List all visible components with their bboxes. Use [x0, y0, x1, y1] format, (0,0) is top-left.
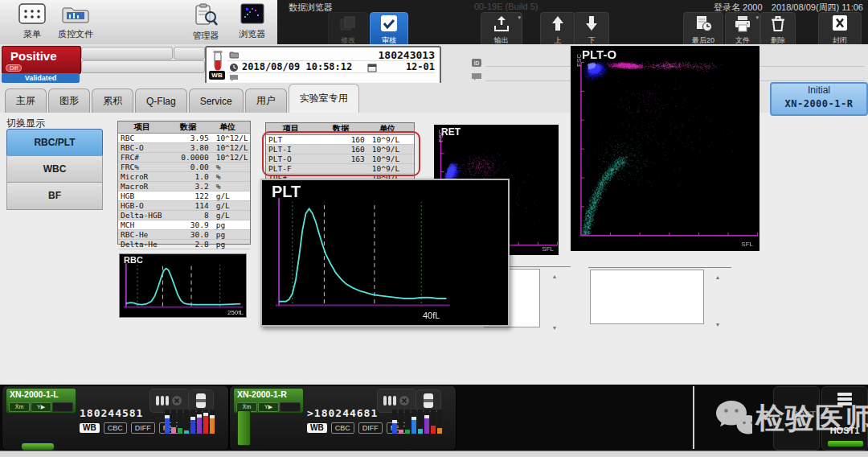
down-arrow-icon: [582, 14, 601, 32]
param-name: RBC: [118, 134, 167, 142]
profile-badge: WB: [307, 423, 327, 433]
last20-button[interactable]: 最后20: [683, 12, 723, 47]
display-switch-2[interactable]: BF: [6, 182, 103, 210]
tube-icon: [211, 50, 225, 71]
profile-badge: CBC: [331, 422, 354, 434]
gauge-bar: [197, 410, 202, 434]
edit-icon: [338, 14, 358, 32]
param-value: 3.95: [167, 134, 213, 142]
param-name: HGB-O: [118, 201, 167, 210]
menu-button[interactable]: 菜单: [10, 3, 55, 40]
status-bar-divider: [693, 386, 694, 449]
listbox-content[interactable]: [590, 270, 704, 324]
tab-1[interactable]: 图形: [48, 89, 90, 113]
qc-file-button[interactable]: 质控文件: [53, 3, 98, 40]
reagent-gauge: [392, 410, 442, 434]
param-name: RBC-He: [118, 230, 167, 239]
param-name: HGB: [118, 191, 167, 200]
gauge-bar: [411, 410, 416, 434]
plt-histogram-popup[interactable]: PLT 40fL: [260, 179, 510, 327]
gauge-cap: [392, 420, 397, 423]
review-check-icon: [379, 14, 399, 32]
output-button[interactable]: ▾ 输出: [481, 12, 522, 47]
down-button[interactable]: 下: [574, 12, 609, 47]
comment-bubble-icon: [229, 74, 239, 82]
gauge-cap: [203, 413, 208, 416]
status-positive: Positive Diff: [2, 46, 81, 74]
rbc-histogram[interactable]: RBC 250fL: [119, 253, 247, 318]
analyzer-panel-right[interactable]: XN-2000-1-RX̄mY▶>180244681WBCBCDIFFRET: [229, 385, 457, 451]
gauge-fill: [190, 420, 195, 434]
reagent-button[interactable]: [416, 389, 441, 412]
param-unit: 10^9/L: [369, 135, 414, 144]
gauge-fill: [405, 430, 410, 434]
reagent-icon: [195, 393, 207, 409]
review-button[interactable]: 审核: [370, 12, 408, 47]
analyzer-name: XN-2000-1-L: [10, 389, 59, 399]
file-button[interactable]: ▾ 文件: [725, 12, 760, 47]
tab-3[interactable]: Q-Flag: [135, 89, 187, 113]
manager-button[interactable]: 管理器: [183, 3, 228, 42]
gauge-bar: [165, 410, 170, 434]
param-name: PLT-I: [266, 145, 317, 154]
status-validated: Validated: [2, 73, 80, 83]
tab-0[interactable]: 主屏: [5, 89, 47, 113]
scroll-up-icon[interactable]: ▲: [552, 274, 558, 279]
tab-5[interactable]: 用户: [245, 89, 287, 113]
column-header: 数据: [166, 121, 210, 133]
table-row: Delta-He2.8pg: [118, 240, 250, 249]
tab-4[interactable]: Service: [189, 89, 244, 113]
gauge-bar: [210, 410, 215, 434]
tab-2[interactable]: 累积: [92, 89, 133, 113]
param-unit: %: [213, 172, 250, 181]
display-switch-0[interactable]: RBC/PLT: [6, 129, 103, 157]
gauge-bar: [171, 410, 176, 434]
gauge-fill: [197, 418, 202, 434]
gauge-fill: [165, 418, 170, 434]
close-button[interactable]: 封闭: [818, 12, 862, 47]
tab-6[interactable]: 实验室专用: [289, 84, 359, 113]
gauge-cap: [424, 415, 429, 418]
divider: [227, 72, 435, 73]
analyzer-sample-id: >180244681: [307, 407, 378, 419]
analyzer-panel-left[interactable]: XN-2000-1-LX̄mY▶180244581WBCBCDIFFRETPLT…: [2, 385, 229, 451]
param-unit: 10^9/L: [369, 154, 414, 163]
reagent-button[interactable]: [188, 389, 214, 412]
plt-o-scattergram[interactable]: PLT-O FSC SFL: [571, 46, 760, 251]
up-button[interactable]: 上: [540, 12, 575, 47]
display-switch-1[interactable]: WBC: [6, 155, 103, 183]
param-value: 30.9: [167, 220, 213, 229]
profile-badge: DIFF: [131, 422, 155, 434]
document-clock-icon: [694, 14, 713, 32]
qc-badge-empty: [280, 402, 301, 412]
initial-analyzer-button[interactable]: Initial XN-2000-1-R: [770, 82, 868, 116]
printer-icon: [733, 14, 752, 32]
delete-button[interactable]: 删除: [760, 12, 796, 47]
scroll-up-icon[interactable]: ▲: [715, 274, 721, 280]
scroll-down-icon[interactable]: ▼: [715, 322, 721, 327]
up-arrow-icon: [548, 14, 567, 32]
gauge-bar: [437, 410, 442, 434]
gauge-fill: [171, 427, 176, 434]
bottom-strip: [0, 451, 868, 457]
browser-button[interactable]: 浏览器: [230, 3, 275, 40]
host1-panel[interactable]: HOST1: [821, 386, 868, 451]
scroll-down-icon[interactable]: ▼: [552, 325, 558, 331]
info-field: [81, 47, 173, 60]
param-value: 0.0000: [167, 153, 213, 162]
qc-file-icon: [60, 3, 91, 24]
flag-listbox: ▲▼: [588, 267, 731, 326]
listbox-scrollbar[interactable]: ▲▼: [704, 270, 731, 332]
close-x-icon: [830, 14, 850, 32]
host-connection-bar: [827, 440, 864, 447]
qc-badge: Y▶: [258, 402, 279, 412]
plt-o-canvas: [571, 46, 760, 251]
rack-icon: [383, 393, 411, 408]
reagent-icon: [423, 393, 434, 409]
edit-button[interactable]: 修改: [328, 12, 368, 47]
listbox-scrollbar[interactable]: ▲▼: [540, 269, 569, 336]
gauge-cap: [190, 417, 195, 420]
host-panel[interactable]: HOST: [773, 386, 820, 451]
info-field: [174, 47, 205, 60]
table-row: MicroR1.0%: [118, 172, 250, 182]
